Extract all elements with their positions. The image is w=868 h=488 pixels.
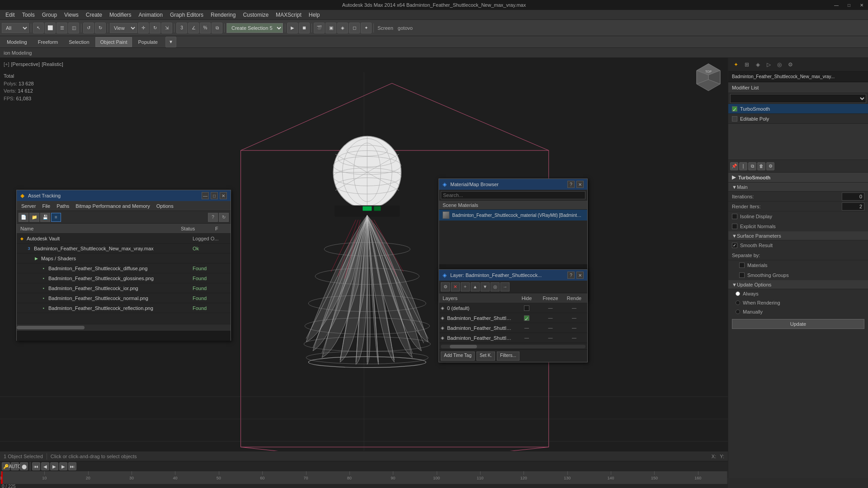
asset-row-vault[interactable]: ◆ Autodesk Vault Logged O... [17,234,231,244]
ast-save-btn[interactable]: 💾 [40,213,50,222]
minimize-button[interactable]: — [830,0,843,10]
surface-params-header[interactable]: ▼ Surface Parameters [728,231,868,240]
select-btn[interactable]: ↖ [33,23,44,33]
materials-checkbox[interactable] [739,263,745,268]
mat-list[interactable]: Badminton_Feather_Shuttlecock_material (… [439,210,587,264]
scale-btn[interactable]: ⇲ [161,23,172,33]
isoline-checkbox[interactable] [732,214,737,219]
set-key-btn[interactable]: Set K. [476,352,495,361]
modifier-editable-poly[interactable]: Editable Poly [728,114,868,124]
layer-list[interactable]: ◈ 0 (default) — — ◈ Badminton_Feather_Sh… [439,303,587,343]
menu-views[interactable]: Views [61,10,82,19]
menu-graph-editors[interactable]: Graph Editors [166,10,207,19]
explicit-normals-checkbox[interactable] [732,224,737,229]
material-editor-btn[interactable]: ◈ [337,23,348,33]
menu-create[interactable]: Create [82,10,106,19]
asset-row-ior[interactable]: ▪ Badminton_Feather_Shuttlecock_ior.png … [17,283,231,293]
motion-panel-btn[interactable]: ▷ [764,61,773,69]
stop-btn[interactable]: ⏹ [299,23,310,33]
layer-row-1[interactable]: ◈ Badminton_Feather_Shuttlecock_New ✓ — … [439,313,587,323]
hierarchy-panel-btn[interactable]: ◈ [754,61,762,69]
layer-select-objects-btn[interactable]: → [500,282,509,291]
update-button[interactable]: Update [732,319,864,329]
layer-add-btn[interactable]: + [461,282,470,291]
menu-animation[interactable]: Animation [135,10,166,19]
maximize-button[interactable]: □ [843,0,855,10]
ast-file-menu[interactable]: File [39,202,53,210]
menu-customize[interactable]: Customize [239,10,272,19]
layer-move-down-btn[interactable]: ▼ [481,282,490,291]
ast-options-menu[interactable]: Options [154,202,176,210]
configure-modifier-btn[interactable]: ⚙ [766,162,774,170]
always-radio[interactable] [736,291,740,296]
modifier-turbosmooth[interactable]: ✓ TurboSmooth [728,104,868,114]
asset-row-normal[interactable]: ▪ Badminton_Feather_Shuttlecock_normal.p… [17,293,231,303]
mat-browser-help-btn[interactable]: ? [567,181,575,188]
layer-scroll-track[interactable] [441,345,585,348]
view-dropdown[interactable]: View [110,23,137,33]
modifier-dropdown[interactable] [730,94,866,103]
mat-search-input[interactable] [441,191,585,199]
menu-help[interactable]: Help [305,10,324,19]
layer-move-up-btn[interactable]: ▲ [471,282,480,291]
object-paint-btn[interactable]: Object Paint [95,37,132,47]
asset-row-diffuse[interactable]: ▪ Badminton_Feather_Shuttlecock_diffuse.… [17,263,231,273]
display-panel-btn[interactable]: ◎ [775,61,783,69]
mirror-btn[interactable]: ◫ [68,23,79,33]
layer-row-2[interactable]: ◈ Badminton_Feather_Shuttlecock_ — — — [439,323,587,333]
play-forward-btn[interactable]: ⏭ [68,462,76,470]
asset-scrollbar[interactable] [17,324,231,330]
populate-btn[interactable]: Populate [133,37,162,47]
asset-path-input[interactable] [17,331,231,341]
redo-btn[interactable]: ↻ [95,23,106,33]
menu-maxscript[interactable]: MAXScript [272,10,305,19]
asset-list[interactable]: ◆ Autodesk Vault Logged O... 3 Badminton… [17,234,231,324]
make-unique-btn[interactable]: ⧉ [748,162,756,170]
mat-item-0[interactable]: Badminton_Feather_Shuttlecock_material (… [439,210,587,221]
asset-row-maxfile[interactable]: 3 Badminton_Feather_Shuttlecock_New_max_… [17,244,231,253]
angle-snap-btn[interactable]: ∠ [188,23,199,33]
show-end-result-btn[interactable]: | [739,162,747,170]
smooth-result-checkbox[interactable] [732,243,737,248]
ast-open-btn[interactable]: 📁 [29,213,39,222]
filter-dropdown[interactable]: All [2,23,29,33]
step-backward-btn[interactable]: ◀ [41,462,49,470]
timeline-track[interactable]: 0 10 20 30 40 50 60 70 80 90 100 110 120… [1,471,727,484]
select-by-name-btn[interactable]: ☰ [57,23,67,33]
asset-tracking-minimize-btn[interactable]: — [202,192,209,199]
create-panel-btn[interactable]: ✦ [732,61,740,69]
utilities-panel-btn[interactable]: ⚙ [786,61,794,69]
layer-row-default[interactable]: ◈ 0 (default) — — [439,303,587,313]
when-rendering-radio[interactable] [736,300,740,305]
layer-select-by-layer-btn[interactable]: ◎ [491,282,500,291]
modify-panel-btn[interactable]: ⊞ [743,61,751,69]
editable-poly-check[interactable] [732,116,737,122]
filters-btn[interactable]: Filters... [497,352,519,361]
render-scene-btn[interactable]: 🎬 [314,23,325,33]
layer-mgr-close-btn[interactable]: ✕ [576,272,584,279]
spinner-snap-btn[interactable]: ⧉ [212,23,222,33]
transform-btn[interactable]: ✛ [138,23,149,33]
viewport-nav[interactable]: TOP [693,61,724,94]
select-region-btn[interactable]: ⬜ [45,23,56,33]
menu-tools[interactable]: Tools [19,10,38,19]
layer-mgr-titlebar[interactable]: ◈ Layer: Badminton_Feather_Shuttlecock..… [439,270,587,281]
create-selection-dropdown[interactable]: Create Selection 5 [226,23,283,33]
selection-btn[interactable]: Selection [64,37,94,47]
asset-row-glossines[interactable]: ▪ Badminton_Feather_Shuttlecock_glossine… [17,273,231,283]
ast-bitmap-menu[interactable]: Bitmap Performance and Memory [73,202,152,210]
remove-modifier-btn[interactable]: 🗑 [757,162,765,170]
mat-browser-close-btn[interactable]: ✕ [576,181,584,188]
menu-modifiers[interactable]: Modifiers [106,10,135,19]
smoothing-groups-checkbox[interactable] [739,272,745,278]
render-iters-input[interactable] [842,202,864,211]
snap-btn[interactable]: 3 [176,23,187,33]
asset-row-maps-folder[interactable]: ▶ Maps / Shaders [17,253,231,263]
layer-settings-btn[interactable]: ⚙ [441,282,450,291]
iterations-input[interactable] [842,192,864,201]
modeling-btn[interactable]: Modeling [2,37,32,47]
auto-key-btn[interactable]: AUTO [11,462,19,470]
layer-default-hide[interactable] [524,305,529,311]
ast-refresh-btn[interactable]: ↻ [219,213,229,222]
menu-group[interactable]: Group [38,10,61,19]
